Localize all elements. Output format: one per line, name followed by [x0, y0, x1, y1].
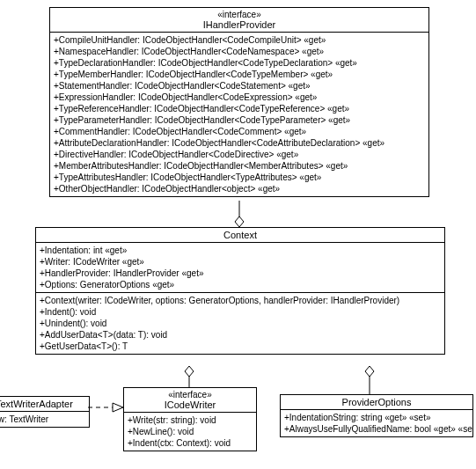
properties-section: +Indentation: int «get» +Writer: ICodeWr…: [36, 243, 444, 293]
stereotype: «interface»: [54, 10, 425, 19]
class-name: Context: [40, 230, 441, 240]
method: +AddUserData<T>(data: T): void: [40, 329, 441, 341]
method: +Unindent(): void: [40, 318, 441, 329]
property: +StatementHandler: ICodeObjectHandler<Co…: [54, 80, 425, 92]
property: +TypeReferenceHandler: ICodeObjectHandle…: [54, 103, 425, 114]
property: +CommentHandler: ICodeObjectHandler<Code…: [54, 126, 425, 137]
method: +Write(str: string): void: [128, 414, 253, 426]
property: +ExpressionHandler: ICodeObjectHandler<C…: [54, 92, 425, 103]
class-textwriteradapter[interactable]: TextWriterAdapter tw: TextWriter: [0, 396, 90, 428]
properties-section: +IndentationString: string «get» «set» +…: [281, 410, 472, 436]
property: +MemberAttributesHandler: ICodeObjectHan…: [54, 160, 425, 172]
property: +DirectiveHandler: ICodeObjectHandler<Co…: [54, 149, 425, 160]
svg-marker-3: [185, 366, 194, 377]
property: +Writer: ICodeWriter «get»: [40, 256, 441, 267]
property: +AlwaysUseFullyQualifiedName: bool «get»…: [284, 423, 469, 435]
property: +Options: GeneratorOptions «get»: [40, 279, 441, 290]
class-ihandlerprovider[interactable]: «interface» IHandlerProvider +CompileUni…: [49, 7, 429, 197]
class-name: TextWriterAdapter: [0, 399, 85, 409]
property: +AttributeDeclarationHandler: ICodeObjec…: [54, 137, 425, 149]
property: tw: TextWriter: [0, 414, 85, 425]
property: +NamespaceHandler: ICodeObjectHandler<Co…: [54, 46, 425, 57]
property: +CompileUnitHandler: ICodeObjectHandler<…: [54, 34, 425, 46]
class-name: ProviderOptions: [284, 397, 469, 407]
property: +OtherObjectHandler: ICodeObjectHandler<…: [54, 183, 425, 194]
property: +TypeAttributesHandler: ICodeObjectHandl…: [54, 172, 425, 183]
property: +Indentation: int «get»: [40, 245, 441, 256]
methods-section: +Write(str: string): void +NewLine(): vo…: [124, 413, 256, 451]
method: +Context(writer: ICodeWriter, options: G…: [40, 295, 441, 306]
class-name: IHandlerProvider: [54, 19, 425, 30]
class-name: ICodeWriter: [128, 399, 253, 410]
method: +GetUserData<T>(): T: [40, 341, 441, 352]
methods-section: +Context(writer: ICodeWriter, options: G…: [36, 293, 444, 354]
method: +Indent(ctx: Context): void: [128, 437, 253, 449]
property: +HandlerProvider: IHandlerProvider «get»: [40, 267, 441, 279]
property: +TypeParameterHandler: ICodeObjectHandle…: [54, 114, 425, 126]
svg-marker-5: [365, 366, 374, 377]
method: +NewLine(): void: [128, 426, 253, 437]
svg-marker-7: [113, 403, 123, 412]
stereotype: «interface»: [128, 390, 253, 399]
properties-section: +CompileUnitHandler: ICodeObjectHandler<…: [50, 33, 428, 196]
class-context[interactable]: Context +Indentation: int «get» +Writer:…: [35, 227, 445, 355]
class-icodewriter[interactable]: «interface» ICodeWriter +Write(str: stri…: [123, 387, 257, 451]
property: +IndentationString: string «get» «set»: [284, 412, 469, 423]
property: +TypeDeclarationHandler: ICodeObjectHand…: [54, 57, 425, 69]
svg-marker-1: [235, 216, 244, 227]
method: +Indent(): void: [40, 306, 441, 318]
class-provideroptions[interactable]: ProviderOptions +IndentationString: stri…: [280, 394, 473, 437]
properties-section: tw: TextWriter: [0, 412, 89, 427]
property: +TypeMemberHandler: ICodeObjectHandler<C…: [54, 69, 425, 80]
